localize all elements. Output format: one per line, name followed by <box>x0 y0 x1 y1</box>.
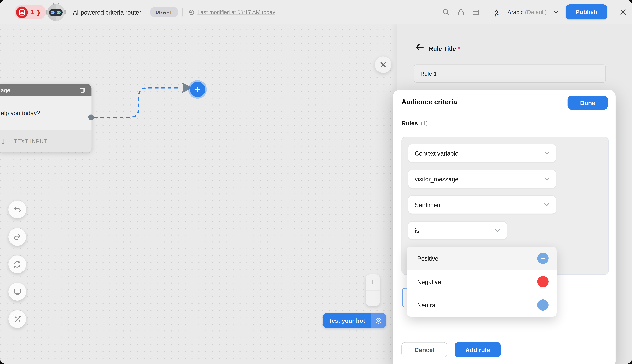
add-value-icon[interactable]: + <box>537 299 548 310</box>
add-value-icon[interactable]: + <box>537 253 548 264</box>
selected-value: visitor_message <box>415 176 458 182</box>
minus-icon: − <box>371 294 375 302</box>
divider <box>182 8 183 16</box>
option-negative[interactable]: Negative − <box>407 270 557 293</box>
zoom-in-button[interactable]: + <box>366 274 380 290</box>
modal-title: Audience criteria <box>401 98 457 106</box>
layout-panel-button[interactable] <box>471 8 480 16</box>
close-icon <box>380 62 386 68</box>
preview-screen-button[interactable] <box>9 283 26 300</box>
add-rule-button[interactable]: Add rule <box>455 342 501 358</box>
translate-icon[interactable]: 文 x <box>494 9 500 15</box>
option-label: Negative <box>417 278 441 285</box>
plus-icon: + <box>541 301 545 309</box>
redo-icon <box>13 232 22 241</box>
close-icon <box>620 9 626 15</box>
rule-title-text: Rule Title <box>429 45 456 52</box>
publish-button[interactable]: Publish <box>566 4 607 20</box>
canvas-close-button[interactable] <box>375 56 391 73</box>
version-history-link[interactable]: Last modified at 03:17 AM today <box>188 0 275 24</box>
status-badge: DRAFT <box>150 7 178 17</box>
language-default-tag: (Default) <box>525 9 547 15</box>
app-window: age elp you today? T TEXT INPUT + <box>0 0 632 364</box>
trash-icon[interactable] <box>80 87 86 93</box>
window-close-button[interactable] <box>618 7 628 17</box>
last-modified-text: Last modified at 03:17 AM today <box>198 9 275 15</box>
robot-icon <box>46 2 66 22</box>
rule-title-input[interactable] <box>414 64 606 82</box>
undo-button[interactable] <box>9 201 26 218</box>
done-button[interactable]: Done <box>567 96 608 110</box>
test-your-bot-label[interactable]: Test your bot <box>323 313 371 328</box>
message-text: elp you today? <box>0 110 40 116</box>
message-node-header[interactable]: age <box>0 84 92 96</box>
option-neutral[interactable]: Neutral + <box>407 293 557 317</box>
node-title: age <box>0 87 10 93</box>
audience-criteria-modal: Audience criteria Done Rules(1) Context … <box>393 90 615 364</box>
sentiment-options-dropdown: Positive + Negative − Neutral + <box>407 246 557 317</box>
redo-button[interactable] <box>9 228 26 246</box>
preview-eye-button[interactable] <box>371 313 386 328</box>
topbar-actions: 文 x Arabic (Default) <box>442 0 558 24</box>
search-icon <box>442 8 450 16</box>
analysis-type-select[interactable]: Sentiment <box>408 196 556 214</box>
zoom-out-button[interactable]: − <box>366 290 380 306</box>
add-node-button[interactable]: + <box>188 80 207 99</box>
translate-glyph-sub: x <box>494 14 497 18</box>
chevron-right-icon: ❯ <box>36 8 41 16</box>
bot-avatar[interactable] <box>46 2 66 22</box>
issues-badge <box>16 6 28 18</box>
layout-icon <box>472 8 479 16</box>
message-node-body: elp you today? <box>0 96 92 130</box>
text-input-section[interactable]: T TEXT INPUT <box>0 130 92 152</box>
variable-select[interactable]: visitor_message <box>408 170 556 188</box>
undo-icon <box>13 205 22 214</box>
document-icon <box>19 9 25 16</box>
plus-icon: + <box>371 278 375 286</box>
search-button[interactable] <box>442 8 450 16</box>
remove-value-icon[interactable]: − <box>537 276 548 287</box>
chevron-down-icon <box>544 203 549 206</box>
arrow-left-icon <box>415 44 424 51</box>
rules-heading: Rules(1) <box>401 120 428 126</box>
share-button[interactable] <box>457 8 465 16</box>
divider <box>486 7 487 17</box>
share-icon <box>457 8 464 16</box>
monitor-icon <box>13 287 22 296</box>
selected-value: Sentiment <box>415 201 442 208</box>
history-icon <box>188 9 195 16</box>
chevron-down-icon[interactable] <box>553 10 558 14</box>
ai-assist-button[interactable] <box>9 310 26 328</box>
sync-button[interactable] <box>9 256 26 273</box>
connector-line <box>0 24 397 364</box>
rule-title-label: Rule Title* <box>429 45 460 52</box>
sync-icon <box>13 260 22 269</box>
eye-icon <box>375 317 382 324</box>
text-input-label: TEXT INPUT <box>14 138 47 144</box>
option-label: Neutral <box>417 302 437 308</box>
minus-icon: − <box>541 278 545 286</box>
canvas-toolbar <box>9 201 26 328</box>
criteria-type-select[interactable]: Context variable <box>408 144 556 162</box>
back-button[interactable] <box>414 42 425 52</box>
top-bar: 1 ❯ AI-powered criteria router DRAFT <box>0 0 632 24</box>
plus-icon: + <box>195 85 200 94</box>
language-selector[interactable]: Arabic (Default) <box>507 9 547 15</box>
chevron-down-icon <box>544 152 549 155</box>
selected-value: is <box>415 227 419 234</box>
issues-counter-button[interactable]: 1 ❯ <box>15 5 46 20</box>
option-positive[interactable]: Positive + <box>407 246 557 270</box>
zoom-controls: + − <box>366 274 380 306</box>
plus-icon: + <box>541 254 545 262</box>
issues-count: 1 <box>30 8 34 16</box>
message-node-card[interactable]: age elp you today? T TEXT INPUT <box>0 84 92 152</box>
node-output-port[interactable] <box>88 114 94 120</box>
selected-value: Context variable <box>415 150 458 156</box>
text-input-icon: T <box>0 137 6 146</box>
rules-count-badge: (1) <box>421 120 428 126</box>
flow-canvas[interactable]: age elp you today? T TEXT INPUT + <box>0 24 397 364</box>
operator-select[interactable]: is <box>408 221 507 240</box>
cancel-button[interactable]: Cancel <box>401 342 447 358</box>
test-your-bot-button[interactable]: Test your bot <box>323 313 386 328</box>
bot-title: AI-powered criteria router <box>73 0 141 24</box>
